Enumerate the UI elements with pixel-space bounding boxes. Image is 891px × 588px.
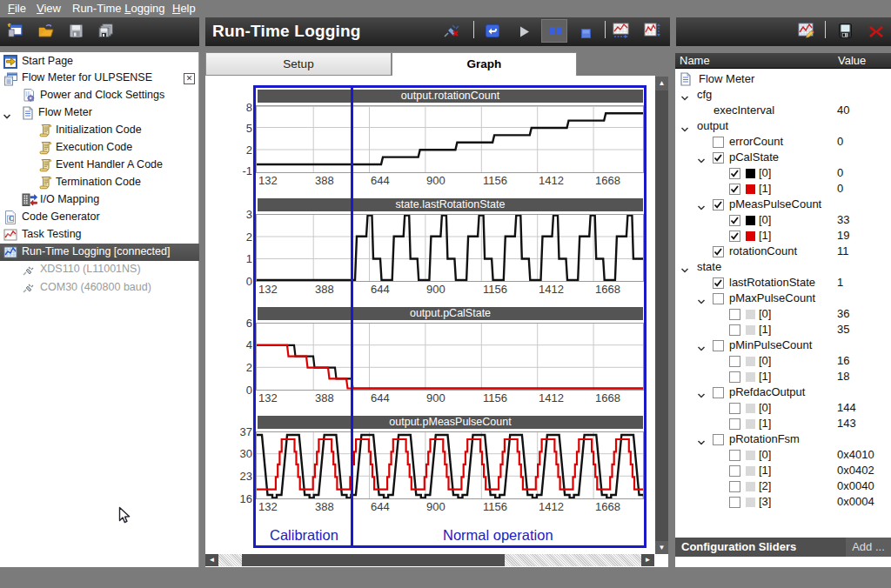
svg-text:C: C bbox=[9, 215, 13, 223]
